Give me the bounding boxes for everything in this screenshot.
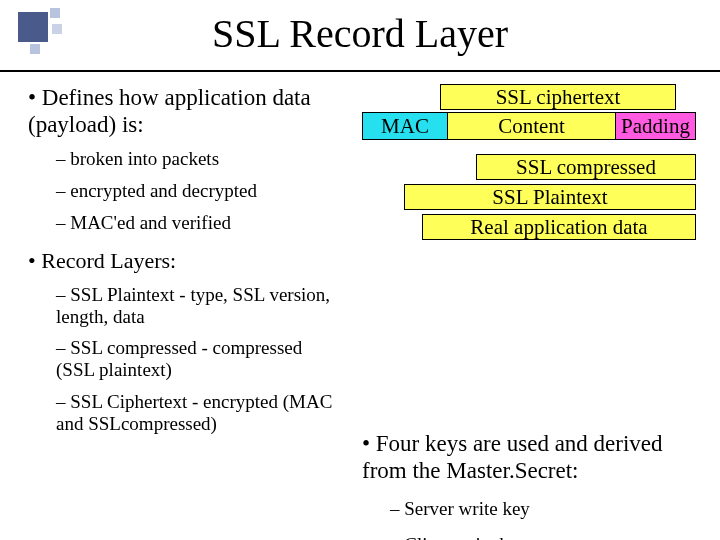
title-underline xyxy=(0,70,720,72)
bullet-encrypted: – encrypted and decrypted xyxy=(56,180,338,202)
bullet-mac: – MAC'ed and verified xyxy=(56,212,338,234)
slide-title: SSL Record Layer xyxy=(0,10,720,57)
box-content: Content xyxy=(448,112,616,140)
box-real-application-data: Real application data xyxy=(422,214,696,240)
record-layers-heading: • Record Layers: xyxy=(28,248,338,274)
keys-section: • Four keys are used and derived from th… xyxy=(362,430,696,540)
box-padding: Padding xyxy=(616,112,696,140)
layer-plaintext: – SSL Plaintext - type, SSL version, len… xyxy=(56,284,338,328)
right-column: SSL ciphertext MAC Content Padding SSL c… xyxy=(362,84,696,540)
key-client-write: – Client write key xyxy=(390,534,696,540)
layer-ciphertext: – SSL Ciphertext - encrypted (MAC and SS… xyxy=(56,391,338,435)
box-ssl-compressed: SSL compressed xyxy=(476,154,696,180)
intro-text: • Defines how application data (payload)… xyxy=(28,84,338,138)
record-layer-diagram: SSL ciphertext MAC Content Padding SSL c… xyxy=(362,84,696,254)
box-ssl-ciphertext: SSL ciphertext xyxy=(440,84,676,110)
layer-compressed: – SSL compressed - compressed (SSL plain… xyxy=(56,337,338,381)
key-server-write: – Server write key xyxy=(390,498,696,520)
ciphertext-row: MAC Content Padding xyxy=(362,112,696,140)
keys-heading: • Four keys are used and derived from th… xyxy=(362,430,696,484)
box-ssl-plaintext: SSL Plaintext xyxy=(404,184,696,210)
left-column: • Defines how application data (payload)… xyxy=(28,84,338,540)
bullet-broken: – broken into packets xyxy=(56,148,338,170)
box-mac: MAC xyxy=(362,112,448,140)
